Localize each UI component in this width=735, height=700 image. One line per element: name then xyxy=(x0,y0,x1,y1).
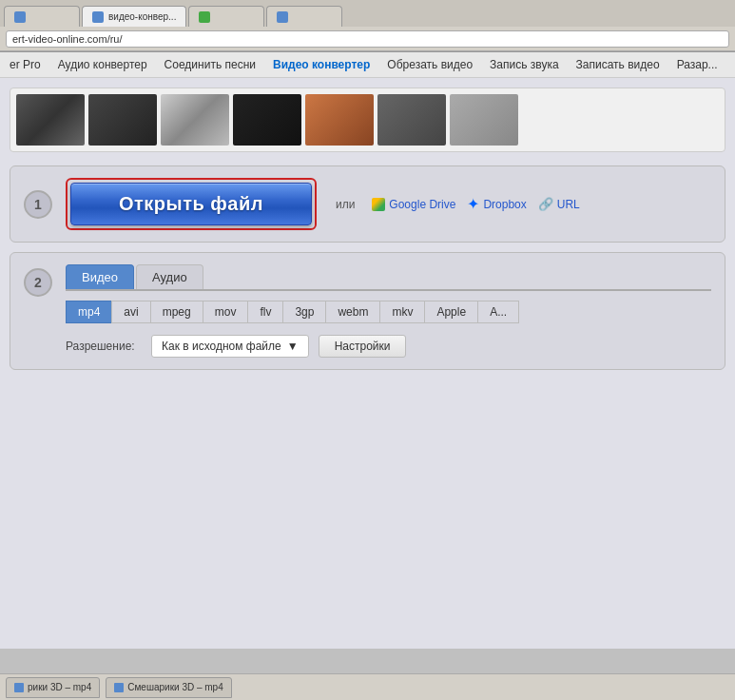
codec-tab-flv[interactable]: flv xyxy=(247,301,282,323)
resolution-value: Как в исходном файле xyxy=(162,340,281,353)
tab-3[interactable] xyxy=(188,6,264,27)
step2-section: 2 Видео Аудио mp4 avi mpeg mov flv 3gp w… xyxy=(10,252,725,370)
tab-2-label: видео-конвер... xyxy=(108,11,176,22)
nav-item-more[interactable]: Разар... xyxy=(677,58,718,71)
url-option[interactable]: 🔗 URL xyxy=(538,197,580,211)
codec-tab-mov[interactable]: mov xyxy=(203,301,248,323)
tab-4-icon xyxy=(277,11,288,23)
url-icon: 🔗 xyxy=(538,197,553,211)
tab-2-icon xyxy=(92,11,104,23)
step1-number: 1 xyxy=(24,190,52,219)
thumbnail-7 xyxy=(450,94,518,146)
dropbox-option[interactable]: ✦ Dropbox xyxy=(467,195,526,213)
thumbnail-6 xyxy=(377,94,446,146)
codec-tab-webm[interactable]: webm xyxy=(325,301,379,323)
nav-item-pro[interactable]: er Pro xyxy=(10,58,41,71)
thumbnail-2 xyxy=(88,94,157,146)
tab-2[interactable]: видео-конвер... xyxy=(82,6,186,27)
dropbox-label: Dropbox xyxy=(483,198,526,211)
bottom-tab-2[interactable]: Смешарики 3D – mp4 xyxy=(106,677,231,698)
settings-button[interactable]: Настройки xyxy=(319,335,407,358)
thumbnail-4 xyxy=(233,94,301,146)
bottom-tab-1-icon xyxy=(14,683,24,692)
google-drive-option[interactable]: Google Drive xyxy=(372,198,455,211)
resolution-label: Разрешение: xyxy=(66,340,142,353)
step2-content: Видео Аудио mp4 avi mpeg mov flv 3gp web… xyxy=(66,264,711,358)
step2-row: 2 Видео Аудио mp4 avi mpeg mov flv 3gp w… xyxy=(24,264,711,358)
format-tab-video[interactable]: Видео xyxy=(66,264,134,289)
bottom-tab-2-label: Смешарики 3D – mp4 xyxy=(127,682,222,692)
format-tab-audio[interactable]: Аудио xyxy=(136,264,203,289)
step2-number: 2 xyxy=(24,268,52,297)
resolution-dropdown-icon: ▼ xyxy=(287,340,299,353)
nav-item-audio[interactable]: Аудио конвертер xyxy=(58,58,147,71)
or-text: или xyxy=(336,198,355,211)
nav-bar: er Pro Аудио конвертер Соединить песни В… xyxy=(0,52,735,78)
nav-item-record-audio[interactable]: Запись звука xyxy=(490,58,559,71)
bottom-tab-2-icon xyxy=(114,683,124,692)
step1-row: 1 Открыть файл или Google Drive ✦ Dropbo… xyxy=(24,178,711,230)
thumbnail-3 xyxy=(161,94,229,146)
nav-item-join[interactable]: Соединить песни xyxy=(164,58,256,71)
nav-item-cut[interactable]: Обрезать видео xyxy=(387,58,473,71)
thumbnail-1 xyxy=(16,94,85,146)
nav-item-video[interactable]: Видео конвертер xyxy=(273,58,370,71)
codec-tab-apple[interactable]: Apple xyxy=(424,301,477,323)
thumbnail-5 xyxy=(305,94,374,146)
codec-tab-3gp[interactable]: 3gp xyxy=(282,301,325,323)
tab-3-icon xyxy=(199,11,210,23)
tab-bar: видео-конвер... xyxy=(0,0,735,27)
codec-tabs: mp4 avi mpeg mov flv 3gp webm mkv Apple … xyxy=(66,301,711,323)
main-content: 1 Открыть файл или Google Drive ✦ Dropbo… xyxy=(0,78,735,649)
resolution-select[interactable]: Как в исходном файле ▼ xyxy=(151,335,309,358)
address-bar xyxy=(0,27,735,51)
thumbnails-strip xyxy=(10,88,725,152)
codec-tab-more[interactable]: А... xyxy=(477,301,519,323)
step1-section: 1 Открыть файл или Google Drive ✦ Dropbo… xyxy=(10,165,725,243)
codec-tab-avi[interactable]: avi xyxy=(111,301,149,323)
format-tabs: Видео Аудио xyxy=(66,264,711,291)
open-file-wrapper: Открыть файл xyxy=(66,178,317,230)
codec-tab-mkv[interactable]: mkv xyxy=(379,301,424,323)
settings-row: Разрешение: Как в исходном файле ▼ Настр… xyxy=(66,335,711,358)
tab-1-icon xyxy=(14,11,26,23)
dropbox-icon: ✦ xyxy=(467,195,479,213)
nav-item-record-video[interactable]: Записать видео xyxy=(576,58,660,71)
browser-chrome: видео-конвер... xyxy=(0,0,735,52)
url-label: URL xyxy=(557,198,580,211)
bottom-bar: рики 3D – mp4 Смешарики 3D – mp4 xyxy=(0,673,735,700)
tab-1[interactable] xyxy=(4,6,80,27)
open-file-button[interactable]: Открыть файл xyxy=(70,183,312,225)
google-drive-label: Google Drive xyxy=(389,198,455,211)
address-input[interactable] xyxy=(6,30,729,48)
codec-tab-mp4[interactable]: mp4 xyxy=(66,301,111,323)
bottom-tab-1[interactable]: рики 3D – mp4 xyxy=(6,677,100,698)
tab-4[interactable] xyxy=(266,6,342,27)
cloud-options: Google Drive ✦ Dropbox 🔗 URL xyxy=(372,195,579,213)
bottom-tab-1-label: рики 3D – mp4 xyxy=(28,682,91,692)
codec-tab-mpeg[interactable]: mpeg xyxy=(150,301,203,323)
google-drive-icon xyxy=(372,198,385,211)
